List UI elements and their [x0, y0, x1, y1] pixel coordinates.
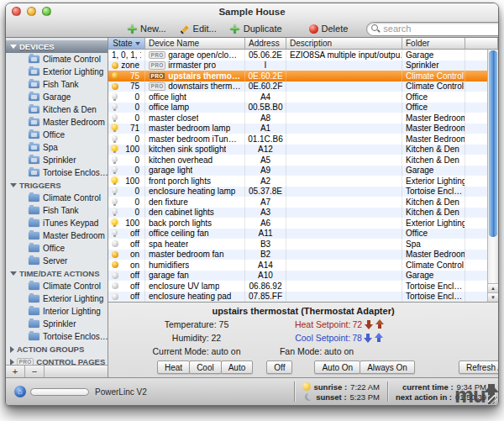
table-row[interactable]: offenclosure UV lamp06.86.92Tortoise Enc…	[108, 281, 498, 292]
table-row[interactable]: onmaster bedroom fanB2Master Bedroom	[108, 250, 498, 260]
sidebar-group-triggers[interactable]: TRIGGERS	[6, 179, 108, 192]
sidebar-group-action-groups[interactable]: ACTION GROUPS	[6, 343, 108, 355]
table-row[interactable]: 0den fixtureA7Kitchen & Den	[108, 197, 498, 208]
search-input[interactable]	[383, 24, 499, 34]
titlebar[interactable]: Sample House	[6, 3, 498, 19]
delete-button[interactable]: Delete	[309, 24, 349, 34]
sidebar-item-tortoise-enclos[interactable]: Tortoise Enclos…	[6, 166, 108, 179]
table-row[interactable]: 0enclosure heating lamp05.37.8ETortoise …	[108, 187, 498, 197]
device-folder: Exterior Lighting	[402, 218, 465, 229]
heat-setpoint-down-button[interactable]	[364, 319, 373, 329]
table-row[interactable]: 71master bedroom lampA1Master Bedroom	[108, 124, 498, 134]
resize-grip[interactable]	[488, 395, 497, 404]
vertical-scrollbar[interactable]: ▲ ▼	[487, 50, 498, 302]
table-row[interactable]: 75PROupstairs thermostat0E.60.2EClimate …	[108, 71, 498, 82]
device-folder-value: Sprinkler	[406, 61, 438, 70]
add-folder-button[interactable]: +	[6, 366, 25, 377]
table-row[interactable]: 0office lamp00.5B.B0Office	[108, 103, 498, 113]
table-row[interactable]: offoffice ceiling fanA11Office	[108, 229, 498, 239]
sidebar-item-interior-lighting[interactable]: Interior Lighting	[6, 305, 108, 318]
table-row[interactable]: 1, 0, 1, 1PROgarage open/close…05.06.2EE…	[108, 50, 498, 61]
sidebar-item-itunes-keypad[interactable]: iTunes Keypad	[6, 217, 108, 229]
sidebar-item-climate-control[interactable]: Climate Control	[6, 53, 108, 66]
device-name-cell: master bedroom lamp	[145, 124, 245, 134]
device-state-cell: 0	[108, 187, 145, 197]
cool-setpoint-up-button[interactable]	[375, 333, 384, 343]
sidebar-item-server[interactable]: Server	[6, 255, 108, 267]
duplicate-button[interactable]: Duplicate	[230, 24, 282, 34]
sidebar-item-tortoise-enclos[interactable]: Tortoise Enclos…	[6, 330, 108, 343]
sidebar-item-master-bedroom[interactable]: Master Bedroom	[6, 229, 108, 242]
table-row[interactable]: offspa heaterB3Spa	[108, 239, 498, 250]
heat-setpoint-up-button[interactable]	[375, 319, 384, 329]
sidebar-item-exterior-lighting[interactable]: Exterior Lighting	[6, 292, 108, 305]
device-folder-value: Master Bedroom	[406, 134, 465, 144]
sidebar-item-fish-tank[interactable]: Fish Tank	[6, 204, 108, 217]
scrollbar-steppers: ▲ ▼	[488, 283, 498, 302]
search-field[interactable]	[366, 22, 499, 36]
table-row[interactable]: offgarage fanA10Garage	[108, 271, 498, 282]
cool-setpoint-down-button[interactable]	[364, 333, 373, 343]
table-row[interactable]: zonePROirrmaster proISprinkler	[108, 61, 498, 71]
table-row[interactable]: 100back porch lightsA6Exterior Lighting	[108, 218, 498, 229]
sidebar-item-sprinkler[interactable]: Sprinkler	[6, 318, 108, 330]
new-button[interactable]: New...	[127, 24, 166, 34]
table-row[interactable]: onhumidifiersA14Climate Control	[108, 260, 498, 271]
disclosure-triangle-icon[interactable]	[10, 271, 17, 276]
disclosure-triangle-icon[interactable]	[10, 183, 17, 187]
heat-mode-button[interactable]: Heat	[157, 360, 190, 374]
device-state-cell: 1, 0, 1, 1	[108, 50, 145, 61]
disclosure-triangle-icon[interactable]	[10, 346, 14, 353]
sidebar-item-label: Master Bedroom	[43, 118, 105, 127]
refresh-all-button[interactable]: Refresh All	[459, 360, 498, 374]
sidebar-item-spa[interactable]: Spa	[6, 141, 108, 154]
auto-mode-button[interactable]: Auto	[221, 360, 254, 374]
column-header-folder[interactable]: Folder	[402, 38, 465, 50]
device-name: back porch lights	[149, 218, 212, 228]
table-row[interactable]: 100front porch lightsA2Exterior Lighting	[108, 176, 498, 187]
off-mode-button[interactable]: Off	[266, 360, 292, 374]
scroll-down-button[interactable]: ▼	[488, 292, 498, 302]
edit-button[interactable]: Edit...	[180, 24, 217, 34]
device-name-cell: kitchen sink spotlight	[145, 145, 245, 155]
sidebar-item-garage[interactable]: Garage	[6, 91, 108, 103]
sphere-on-icon	[112, 261, 118, 268]
sidebar-item-fish-tank[interactable]: Fish Tank	[6, 78, 108, 91]
column-header-address[interactable]: Address	[245, 38, 286, 50]
scrollbar-thumb[interactable]	[489, 50, 497, 237]
sidebar-item-sprinkler[interactable]: Sprinkler	[6, 154, 108, 166]
remove-folder-button[interactable]: −	[25, 366, 45, 377]
scroll-up-button[interactable]: ▲	[488, 283, 498, 292]
sidebar-item-office[interactable]: Office	[6, 242, 108, 255]
fan-always-on-button[interactable]: Always On	[360, 360, 415, 374]
column-header-state[interactable]: State	[108, 38, 145, 50]
disclosure-triangle-icon[interactable]	[10, 45, 17, 49]
table-row[interactable]: 75PROdownstairs therm…0E.60.2FClimate Co…	[108, 82, 498, 92]
column-header-device-name[interactable]: Device Name	[145, 38, 245, 50]
sidebar-item-climate-control[interactable]: Climate Control	[6, 280, 108, 292]
cool-mode-button[interactable]: Cool	[189, 360, 222, 374]
sidebar-item-office[interactable]: Office	[6, 129, 108, 141]
table-row[interactable]: 0den cabinet lightsA3Kitchen & Den	[108, 208, 498, 218]
sidebar-item-label: Climate Control	[43, 282, 101, 291]
pro-badge: PRO	[17, 358, 34, 365]
sidebar-group-time-date-actions[interactable]: TIME/DATE ACTIONS	[6, 267, 108, 280]
sidebar-item-climate-control[interactable]: Climate Control	[6, 192, 108, 204]
table-row[interactable]: 0kitchen overheadA5Kitchen & Den	[108, 155, 498, 166]
sidebar-group-control-pages[interactable]: PROCONTROL PAGES	[6, 355, 108, 365]
table-row[interactable]: 0garage lightA9Garage	[108, 166, 498, 176]
table-row[interactable]: 0master bedroom iTunes…01.1C.B6Master Be…	[108, 134, 498, 145]
disclosure-triangle-icon[interactable]	[10, 359, 14, 366]
column-header-description[interactable]: Description	[286, 38, 402, 50]
table-row[interactable]: offenclosure heating pad07.85.FFTortoise…	[108, 292, 498, 303]
sidebar-item-kitchen-den[interactable]: Kitchen & Den	[6, 103, 108, 116]
sidebar-item-master-bedroom[interactable]: Master Bedroom	[6, 116, 108, 129]
table-row[interactable]: 0master closetA8Master Bedroom	[108, 113, 498, 124]
device-description	[286, 134, 402, 145]
table-row[interactable]: 0office lightA4Office	[108, 92, 498, 103]
fan-auto-on-button[interactable]: Auto On	[314, 360, 360, 374]
sidebar-item-exterior-lighting[interactable]: Exterior Lighting	[6, 66, 108, 78]
table-row[interactable]: 100kitchen sink spotlightA12Kitchen & De…	[108, 145, 498, 155]
sidebar-group-devices[interactable]: DEVICES	[6, 40, 108, 53]
device-address: 07.85.FF	[245, 292, 286, 303]
